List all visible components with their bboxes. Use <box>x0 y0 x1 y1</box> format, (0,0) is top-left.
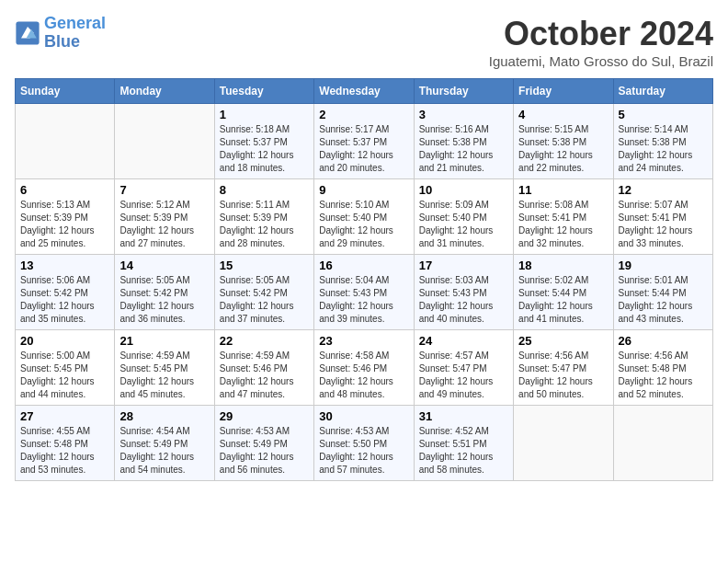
calendar-week-5: 27Sunrise: 4:55 AMSunset: 5:48 PMDayligh… <box>16 406 713 481</box>
sunset-text: Sunset: 5:39 PM <box>20 212 109 224</box>
day-info: Sunrise: 5:10 AMSunset: 5:40 PMDaylight:… <box>319 199 408 250</box>
daylight-text: Daylight: 12 hours and 47 minutes. <box>220 375 309 401</box>
sunset-text: Sunset: 5:38 PM <box>419 136 508 149</box>
day-number: 24 <box>419 334 508 348</box>
calendar-cell: 21Sunrise: 4:59 AMSunset: 5:45 PMDayligh… <box>115 330 214 406</box>
daylight-text: Daylight: 12 hours and 27 minutes. <box>119 224 209 250</box>
day-info: Sunrise: 5:06 AMSunset: 5:42 PMDaylight:… <box>20 274 109 326</box>
calendar-cell: 18Sunrise: 5:02 AMSunset: 5:44 PMDayligh… <box>514 255 613 330</box>
day-info: Sunrise: 4:56 AMSunset: 5:47 PMDaylight:… <box>518 350 608 401</box>
sunset-text: Sunset: 5:43 PM <box>319 287 408 300</box>
daylight-text: Daylight: 12 hours and 57 minutes. <box>319 451 408 477</box>
day-info: Sunrise: 5:18 AMSunset: 5:37 PMDaylight:… <box>220 123 309 175</box>
day-header-tuesday: Tuesday <box>214 79 313 104</box>
calendar-cell: 7Sunrise: 5:12 AMSunset: 5:39 PMDaylight… <box>115 179 214 255</box>
month-title: October 2024 <box>489 15 713 53</box>
sunrise-text: Sunrise: 5:17 AM <box>319 123 408 136</box>
calendar-cell: 14Sunrise: 5:05 AMSunset: 5:42 PMDayligh… <box>115 255 214 330</box>
sunset-text: Sunset: 5:45 PM <box>119 362 209 375</box>
daylight-text: Daylight: 12 hours and 54 minutes. <box>119 451 209 477</box>
sunset-text: Sunset: 5:38 PM <box>518 136 608 149</box>
daylight-text: Daylight: 12 hours and 20 minutes. <box>319 149 408 175</box>
day-number: 30 <box>319 409 408 423</box>
sunrise-text: Sunrise: 5:13 AM <box>20 199 109 212</box>
daylight-text: Daylight: 12 hours and 35 minutes. <box>20 300 109 326</box>
sunrise-text: Sunrise: 5:02 AM <box>518 274 608 287</box>
calendar-cell: 8Sunrise: 5:11 AMSunset: 5:39 PMDaylight… <box>214 179 313 255</box>
daylight-text: Daylight: 12 hours and 49 minutes. <box>419 375 508 401</box>
day-info: Sunrise: 5:09 AMSunset: 5:40 PMDaylight:… <box>419 199 508 250</box>
calendar-cell: 27Sunrise: 4:55 AMSunset: 5:48 PMDayligh… <box>16 406 115 481</box>
day-number: 4 <box>518 108 608 121</box>
calendar-week-2: 6Sunrise: 5:13 AMSunset: 5:39 PMDaylight… <box>16 179 713 255</box>
day-number: 7 <box>119 183 209 197</box>
sunrise-text: Sunrise: 4:59 AM <box>119 350 209 362</box>
day-header-friday: Friday <box>514 79 613 104</box>
sunset-text: Sunset: 5:49 PM <box>119 438 209 451</box>
daylight-text: Daylight: 12 hours and 53 minutes. <box>20 451 109 477</box>
sunset-text: Sunset: 5:46 PM <box>319 362 408 375</box>
calendar-cell: 16Sunrise: 5:04 AMSunset: 5:43 PMDayligh… <box>314 255 414 330</box>
day-info: Sunrise: 5:00 AMSunset: 5:45 PMDaylight:… <box>20 350 109 401</box>
day-info: Sunrise: 4:59 AMSunset: 5:45 PMDaylight:… <box>119 350 209 401</box>
calendar-cell: 10Sunrise: 5:09 AMSunset: 5:40 PMDayligh… <box>414 179 513 255</box>
calendar-cell: 11Sunrise: 5:08 AMSunset: 5:41 PMDayligh… <box>514 179 613 255</box>
calendar-body: 1Sunrise: 5:18 AMSunset: 5:37 PMDaylight… <box>16 104 713 481</box>
sunrise-text: Sunrise: 5:04 AM <box>319 274 408 287</box>
calendar-cell: 2Sunrise: 5:17 AMSunset: 5:37 PMDaylight… <box>314 104 414 179</box>
day-number: 25 <box>518 334 608 348</box>
day-info: Sunrise: 5:12 AMSunset: 5:39 PMDaylight:… <box>119 199 209 250</box>
day-info: Sunrise: 4:56 AMSunset: 5:48 PMDaylight:… <box>619 350 708 401</box>
location: Iguatemi, Mato Grosso do Sul, Brazil <box>489 53 713 69</box>
calendar-cell: 28Sunrise: 4:54 AMSunset: 5:49 PMDayligh… <box>115 406 214 481</box>
day-number: 13 <box>20 259 109 272</box>
day-number: 2 <box>319 108 408 121</box>
sunset-text: Sunset: 5:42 PM <box>220 287 309 300</box>
calendar-cell: 1Sunrise: 5:18 AMSunset: 5:37 PMDaylight… <box>214 104 313 179</box>
sunset-text: Sunset: 5:51 PM <box>419 438 508 451</box>
day-header-monday: Monday <box>115 79 214 104</box>
day-number: 8 <box>220 183 309 197</box>
calendar-cell: 25Sunrise: 4:56 AMSunset: 5:47 PMDayligh… <box>514 330 613 406</box>
calendar-cell: 29Sunrise: 4:53 AMSunset: 5:49 PMDayligh… <box>214 406 313 481</box>
day-number: 11 <box>518 183 608 197</box>
day-number: 27 <box>20 409 109 423</box>
sunset-text: Sunset: 5:41 PM <box>619 212 708 224</box>
day-info: Sunrise: 5:01 AMSunset: 5:44 PMDaylight:… <box>619 274 708 326</box>
sunrise-text: Sunrise: 5:09 AM <box>419 199 508 212</box>
sunrise-text: Sunrise: 4:56 AM <box>619 350 708 362</box>
day-info: Sunrise: 4:57 AMSunset: 5:47 PMDaylight:… <box>419 350 508 401</box>
calendar-cell: 24Sunrise: 4:57 AMSunset: 5:47 PMDayligh… <box>414 330 513 406</box>
sunset-text: Sunset: 5:45 PM <box>20 362 109 375</box>
sunrise-text: Sunrise: 5:05 AM <box>119 274 209 287</box>
sunrise-text: Sunrise: 5:07 AM <box>619 199 708 212</box>
sunrise-text: Sunrise: 5:06 AM <box>20 274 109 287</box>
calendar-cell: 23Sunrise: 4:58 AMSunset: 5:46 PMDayligh… <box>314 330 414 406</box>
day-number: 14 <box>119 259 209 272</box>
day-number: 12 <box>619 183 708 197</box>
day-number: 3 <box>419 108 508 121</box>
day-number: 31 <box>419 409 508 423</box>
logo-text: General Blue <box>44 15 106 52</box>
sunrise-text: Sunrise: 5:08 AM <box>518 199 608 212</box>
day-number: 18 <box>518 259 608 272</box>
calendar-cell <box>514 406 613 481</box>
calendar-cell: 9Sunrise: 5:10 AMSunset: 5:40 PMDaylight… <box>314 179 414 255</box>
day-info: Sunrise: 4:52 AMSunset: 5:51 PMDaylight:… <box>419 425 508 477</box>
day-header-thursday: Thursday <box>414 79 513 104</box>
day-info: Sunrise: 5:02 AMSunset: 5:44 PMDaylight:… <box>518 274 608 326</box>
calendar-cell: 17Sunrise: 5:03 AMSunset: 5:43 PMDayligh… <box>414 255 513 330</box>
daylight-text: Daylight: 12 hours and 36 minutes. <box>119 300 209 326</box>
sunset-text: Sunset: 5:40 PM <box>419 212 508 224</box>
day-info: Sunrise: 5:11 AMSunset: 5:39 PMDaylight:… <box>220 199 309 250</box>
day-number: 29 <box>220 409 309 423</box>
daylight-text: Daylight: 12 hours and 44 minutes. <box>20 375 109 401</box>
calendar-header: SundayMondayTuesdayWednesdayThursdayFrid… <box>16 79 713 104</box>
calendar-cell: 4Sunrise: 5:15 AMSunset: 5:38 PMDaylight… <box>514 104 613 179</box>
sunset-text: Sunset: 5:50 PM <box>319 438 408 451</box>
sunrise-text: Sunrise: 5:11 AM <box>220 199 309 212</box>
calendar-week-4: 20Sunrise: 5:00 AMSunset: 5:45 PMDayligh… <box>16 330 713 406</box>
sunrise-text: Sunrise: 5:01 AM <box>619 274 708 287</box>
sunrise-text: Sunrise: 4:57 AM <box>419 350 508 362</box>
day-number: 10 <box>419 183 508 197</box>
